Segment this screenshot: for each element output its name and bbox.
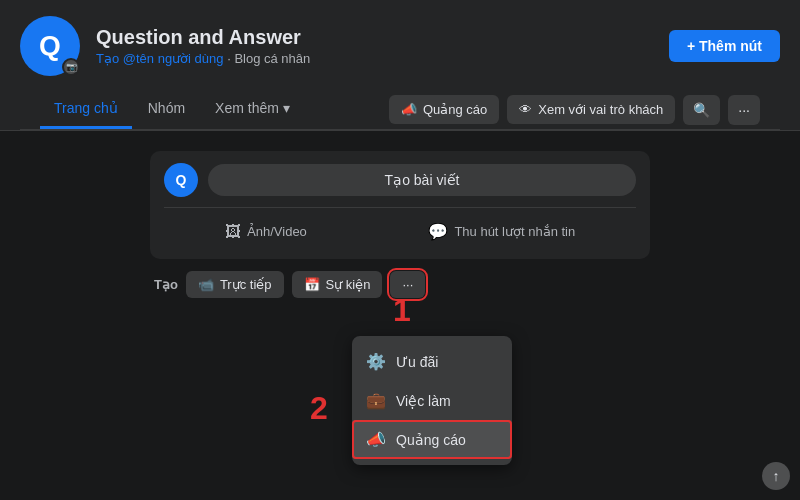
create-post-box: Q Tạo bài viết 🖼 Ảnh/Video 💬 Thu hút lượ…: [150, 151, 650, 259]
post-area: Q Tạo bài viết 🖼 Ảnh/Video 💬 Thu hút lượ…: [150, 151, 650, 302]
ellipsis-icon: ···: [738, 102, 750, 118]
ads-button[interactable]: 📣 Quảng cáo: [389, 95, 499, 124]
nav-item-groups[interactable]: Nhóm: [134, 90, 199, 129]
profile-info: Question and Answer Tạo @tên người dùng …: [96, 26, 653, 66]
search-icon: 🔍: [693, 102, 710, 118]
dots-icon: ···: [402, 277, 413, 292]
step-1-label: 1: [393, 292, 411, 329]
step-2-label: 2: [310, 390, 328, 427]
event-button[interactable]: 📅 Sự kiện: [292, 271, 383, 298]
create-post-input[interactable]: Tạo bài viết: [208, 164, 636, 196]
mini-avatar: Q: [164, 163, 198, 197]
search-button[interactable]: 🔍: [683, 95, 720, 125]
messenger-button[interactable]: 💬 Thu hút lượt nhắn tin: [418, 216, 585, 247]
photo-icon: 🖼: [225, 223, 241, 241]
quangcao-icon: 📣: [366, 430, 386, 449]
cover-area: Q 📷 Question and Answer Tạo @tên người d…: [0, 0, 800, 131]
divider: [164, 207, 636, 208]
dropdown-item-vieclamm[interactable]: 💼 Việc làm: [352, 381, 512, 420]
uudai-icon: ⚙️: [366, 352, 386, 371]
camera-icon[interactable]: 📷: [62, 58, 80, 76]
calendar-icon: 📅: [304, 277, 320, 292]
ads-icon: 📣: [401, 102, 417, 117]
messenger-icon: 💬: [428, 222, 448, 241]
vieclamm-icon: 💼: [366, 391, 386, 410]
profile-name: Question and Answer: [96, 26, 653, 49]
profile-sub: Tạo @tên người dùng · Blog cá nhân: [96, 51, 653, 66]
create-post-actions: 🖼 Ảnh/Video 💬 Thu hút lượt nhắn tin: [164, 216, 636, 247]
guest-view-button[interactable]: 👁 Xem với vai trò khách: [507, 95, 675, 124]
eye-icon: 👁: [519, 102, 532, 117]
video-icon: 📹: [198, 277, 214, 292]
dropdown-menu: ⚙️ Ưu đãi 💼 Việc làm 📣 Quảng cáo: [352, 336, 512, 465]
photo-video-button[interactable]: 🖼 Ảnh/Video: [215, 216, 317, 247]
nav-bar: Trang chủ Nhóm Xem thêm ▾ 📣 Quảng cáo 👁 …: [20, 90, 780, 130]
create-post-top: Q Tạo bài viết: [164, 163, 636, 197]
nav-item-home[interactable]: Trang chủ: [40, 90, 132, 129]
chevron-up-icon: ↑: [773, 468, 780, 484]
dropdown-item-uudai[interactable]: ⚙️ Ưu đãi: [352, 342, 512, 381]
tao-label: Tạo: [154, 277, 178, 292]
nav-item-more[interactable]: Xem thêm ▾: [201, 90, 304, 129]
profile-username-link[interactable]: Tạo @tên người dùng: [96, 51, 224, 66]
more-options-button[interactable]: ···: [728, 95, 760, 125]
dropdown-item-quangcao[interactable]: 📣 Quảng cáo: [352, 420, 512, 459]
scroll-indicator[interactable]: ↑: [762, 462, 790, 490]
avatar-wrap: Q 📷: [20, 16, 80, 76]
chevron-down-icon: ▾: [283, 100, 290, 116]
add-button[interactable]: + Thêm nút: [669, 30, 780, 62]
profile-row: Q 📷 Question and Answer Tạo @tên người d…: [20, 16, 780, 90]
live-button[interactable]: 📹 Trực tiếp: [186, 271, 284, 298]
